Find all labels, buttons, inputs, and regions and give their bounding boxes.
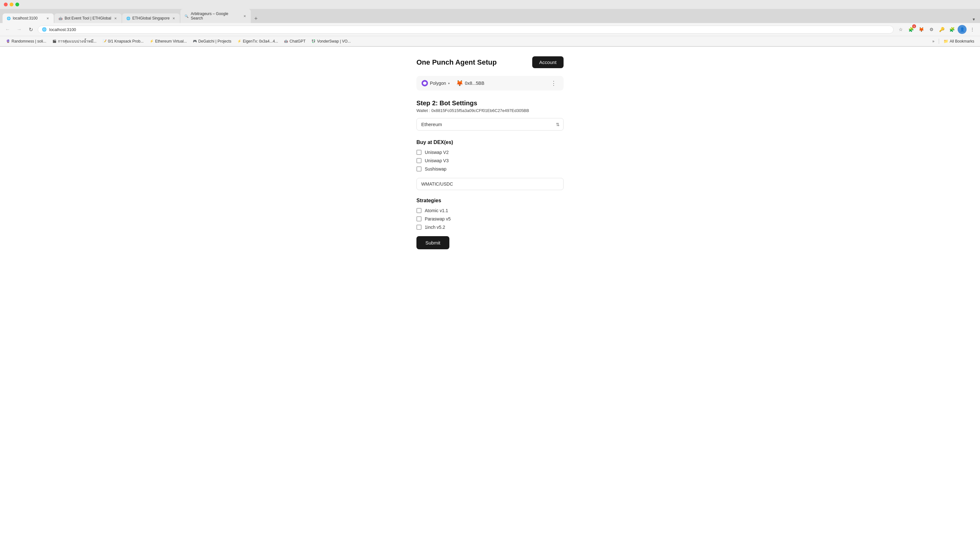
strategies-section: Strategies Atomic v1.1 Paraswap v5 1inch… [417, 198, 563, 230]
app-header: One Punch Agent Setup Account [417, 56, 563, 68]
bookmark-label-8: VonderSwap | VO... [317, 39, 350, 43]
bookmark-item-degatchi[interactable]: 🎮 DeGatchi | Projects [190, 38, 234, 45]
bookmark-label-5: DeGatchi | Projects [198, 39, 231, 43]
browser-menu-button[interactable]: ⋮ [968, 25, 977, 34]
user-profile-button[interactable]: 👤 [958, 25, 967, 34]
all-bookmarks-label: All Bookmarks [950, 39, 974, 43]
bookmark-item-animation[interactable]: 🎬 การสุ่มแบบบ่วงน้ำหมึ... [50, 37, 99, 45]
strategy-label-3: 1inch v5.2 [425, 225, 445, 230]
page-content: One Punch Agent Setup Account Polygon ▾ … [0, 47, 980, 560]
bookmark-icon-2: 🎬 [52, 39, 56, 43]
app-title: One Punch Agent Setup [417, 58, 497, 67]
bookmark-item-randomness[interactable]: 🔮 Randomness | soli... [3, 38, 49, 45]
strategy-checkbox-box-1 [417, 208, 422, 213]
tab-close-4[interactable]: ✕ [243, 14, 247, 18]
extensions-manager-button[interactable]: 🧩 [947, 25, 956, 34]
tab-label-2: Bot Event Tool | ETHGlobal [65, 16, 111, 20]
strategies-title: Strategies [417, 198, 563, 203]
bookmark-label-4: Ethereum Virtual... [155, 39, 187, 43]
tab-ethglobal-singapore[interactable]: 🌐 ETHGlobal Singapore ✕ [122, 13, 180, 23]
network-select-wrapper: Ethereum Polygon Arbitrum Optimism ⇅ [417, 118, 563, 130]
browser-toolbar: ← → ↻ 🌐 localhost:3100 ☆ 🧩 1 🦊 ⚙ 🔑 🧩 👤 ⋮ [0, 23, 980, 36]
wallet-menu-button[interactable]: ⋮ [549, 79, 558, 87]
tab-arbitrageurs-search[interactable]: 🔍 Arbitrageurs – Google Search ✕ [180, 9, 251, 23]
maximize-window-button[interactable] [15, 3, 19, 7]
settings-ext-button[interactable]: ⚙ [927, 25, 936, 34]
tabs-bar: 🌐 localhost:3100 ✕ 🤖 Bot Event Tool | ET… [0, 9, 980, 23]
tab-label-1: localhost:3100 [13, 16, 37, 20]
reload-button[interactable]: ↻ [26, 25, 35, 34]
submit-button[interactable]: Submit [417, 236, 449, 249]
strategy-checkbox-1inch[interactable]: 1inch v5.2 [417, 225, 563, 230]
strategy-label-2: Paraswap v5 [425, 216, 451, 222]
minimize-window-button[interactable] [10, 3, 13, 7]
dex-checkbox-uniswap-v3[interactable]: Uniswap V3 [417, 158, 563, 163]
bookmark-icon-3: 📝 [102, 39, 107, 43]
all-bookmarks-button[interactable]: 📁 All Bookmarks [941, 38, 977, 45]
network-selector[interactable]: Polygon ▾ [422, 80, 450, 87]
dex-label-3: Sushiswap [425, 167, 447, 172]
toolbar-actions: ☆ 🧩 1 🦊 ⚙ 🔑 🧩 👤 ⋮ [896, 25, 977, 34]
strategy-label-1: Atomic v1.1 [425, 208, 448, 213]
bookmark-label-3: 0/1 Knapsack Prob... [108, 39, 144, 43]
polygon-network-icon [422, 80, 428, 87]
close-window-button[interactable] [4, 3, 8, 7]
dex-label-1: Uniswap V2 [425, 150, 449, 155]
bookmark-item-vonderswap[interactable]: 💱 VonderSwap | VO... [309, 38, 353, 45]
bookmarks-bar: 🔮 Randomness | soli... 🎬 การสุ่มแบบบ่วงน… [0, 36, 980, 47]
dex-label-2: Uniswap V3 [425, 158, 449, 163]
ext-badge-count: 1 [912, 24, 916, 28]
bookmark-item-eigentx[interactable]: ⚡ EigenTx: 0x3a4...4... [234, 38, 281, 45]
network-select[interactable]: Ethereum Polygon Arbitrum Optimism [417, 118, 563, 130]
tab-label-4: Arbitrageurs – Google Search [191, 12, 241, 20]
tab-close-1[interactable]: ✕ [45, 16, 50, 20]
wallet-short-address: 0x8...5BB [465, 81, 485, 86]
bookmark-label-6: EigenTx: 0x3a4...4... [243, 39, 278, 43]
tab-favicon-4: 🔍 [184, 14, 189, 18]
wallet-full-address: Wallet : 0x8815Fc0515f5a3a09cCFf01Eb6C27… [417, 108, 563, 113]
tab-localhost[interactable]: 🌐 localhost:3100 ✕ [3, 13, 54, 23]
tabs-overflow-button[interactable]: ▾ [970, 15, 977, 23]
bookmark-icon-8: 💱 [311, 39, 316, 43]
bookmark-item-chatgpt[interactable]: 🤖 ChatGPT [281, 38, 308, 45]
dex-checkbox-box-2 [417, 158, 422, 163]
browser-titlebar [0, 0, 980, 9]
metamask-ext-button[interactable]: 🦊 [917, 25, 926, 34]
extensions-badge-button[interactable]: 🧩 1 [907, 25, 915, 34]
bookmark-icon-6: ⚡ [237, 39, 241, 43]
traffic-lights [4, 3, 19, 7]
strategy-checkbox-box-3 [417, 225, 422, 230]
tab-close-2[interactable]: ✕ [113, 16, 118, 20]
tab-favicon-3: 🌐 [126, 16, 131, 20]
tab-close-3[interactable]: ✕ [171, 16, 176, 20]
back-button[interactable]: ← [3, 25, 12, 34]
tab-favicon-1: 🌐 [7, 16, 11, 20]
bookmark-icon-4: ⚡ [149, 39, 154, 43]
forward-button[interactable]: → [15, 25, 24, 34]
strategy-checkbox-atomic[interactable]: Atomic v1.1 [417, 208, 563, 213]
account-button[interactable]: Account [532, 56, 563, 68]
dex-checkbox-box-1 [417, 150, 422, 155]
tab-favicon-2: 🤖 [58, 16, 63, 20]
token-pair-input[interactable] [417, 178, 563, 190]
metamask-fox-icon: 🦊 [456, 80, 463, 87]
tab-bot-event-tool[interactable]: 🤖 Bot Event Tool | ETHGlobal ✕ [54, 13, 121, 23]
new-tab-button[interactable]: + [251, 14, 260, 23]
strategy-checkbox-paraswap[interactable]: Paraswap v5 [417, 216, 563, 222]
dex-checkbox-sushiswap[interactable]: Sushiswap [417, 167, 563, 172]
dex-checkbox-group: Uniswap V2 Uniswap V3 Sushiswap [417, 150, 563, 172]
bookmark-item-ethereum[interactable]: ⚡ Ethereum Virtual... [147, 38, 189, 45]
bookmarks-overflow-button[interactable]: » [930, 38, 937, 45]
svg-marker-0 [423, 82, 426, 85]
dex-checkbox-uniswap-v2[interactable]: Uniswap V2 [417, 150, 563, 155]
dex-checkbox-box-3 [417, 167, 422, 172]
password-ext-button[interactable]: 🔑 [937, 25, 946, 34]
bookmark-icon-5: 🎮 [193, 39, 197, 43]
bookmark-item-knapsack[interactable]: 📝 0/1 Knapsack Prob... [100, 38, 146, 45]
bookmark-label-7: ChatGPT [289, 39, 306, 43]
bookmark-icon-1: 🔮 [6, 39, 10, 43]
bookmark-button[interactable]: ☆ [896, 25, 905, 34]
network-chevron-icon: ▾ [448, 82, 450, 85]
address-bar[interactable]: 🌐 localhost:3100 [38, 26, 894, 33]
strategy-checkbox-box-2 [417, 216, 422, 222]
